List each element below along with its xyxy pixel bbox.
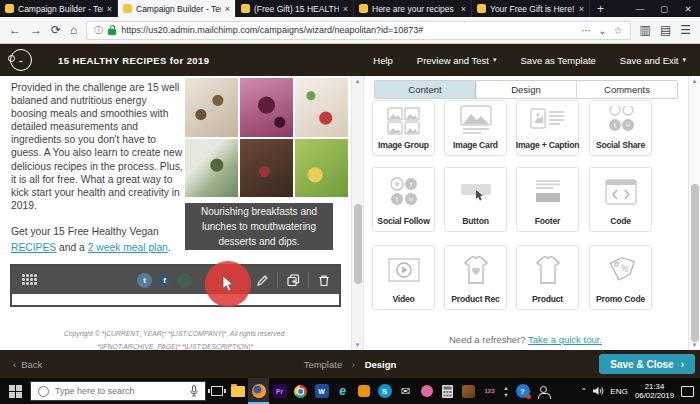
address-bar[interactable]: ⓘ ⋯ ⌄ ☆ — [86, 21, 630, 40]
scroll-down-icon[interactable]: ▼ — [352, 342, 363, 348]
email-scrollbar[interactable]: ▲ ▼ — [351, 76, 363, 350]
taskbar-overflow-icon[interactable]: ▲▼ — [500, 385, 512, 398]
email-preview-pane[interactable]: Provided in the challenge are 15 well ba… — [0, 76, 364, 350]
language-indicator[interactable]: ENG — [607, 378, 631, 404]
block-promo-code[interactable]: % Promo Code — [589, 245, 652, 310]
forward-icon[interactable]: → — [30, 24, 42, 36]
email-image-group[interactable] — [185, 78, 348, 197]
pocket-icon[interactable]: ⌄ — [598, 25, 606, 36]
email-cta-text[interactable]: Get your 15 Free Healthy Vegan RECIPES a… — [11, 224, 191, 256]
tab-close-icon[interactable]: × — [225, 4, 230, 14]
block-product[interactable]: Product — [516, 245, 579, 310]
hamburger-menu-icon[interactable]: ☰ — [680, 24, 691, 36]
save-and-exit-button[interactable]: Save and Exit ▾ — [620, 55, 686, 66]
task-view-button[interactable] — [206, 378, 227, 404]
selected-social-block[interactable]: t f — [10, 264, 341, 307]
scroll-down-icon[interactable]: ▼ — [689, 342, 700, 348]
page-actions-icon[interactable]: ⋯ — [581, 25, 591, 36]
taskbar-search[interactable] — [30, 381, 206, 401]
back-icon[interactable]: ← — [9, 24, 21, 36]
tray-expand-icon[interactable]: ⌃ — [577, 378, 591, 404]
block-label: Promo Code — [596, 294, 645, 304]
block-image-group[interactable]: Image Group — [372, 100, 435, 156]
action-center-icon[interactable] — [681, 386, 694, 397]
email-paragraph[interactable]: Provided in the challenge are 15 well ba… — [11, 81, 183, 212]
help-app-icon[interactable]: ? — [512, 378, 533, 404]
bookmark-star-icon[interactable]: ☆ — [614, 25, 623, 36]
tab-free-gift[interactable]: (Free Gift) 15 HEALTHY VEGA × — [236, 0, 354, 17]
tab-close-icon[interactable]: × — [579, 4, 584, 14]
tab-here-are-your-recipes[interactable]: Here are your recipes × — [354, 0, 472, 17]
copyright-line-1: Copyright © *|CURRENT_YEAR|* *|LIST:COMP… — [20, 327, 330, 340]
tab-your-free-gift[interactable]: Your Free Gift is Here! × — [472, 0, 590, 17]
scroll-up-icon[interactable]: ▲ — [689, 78, 700, 84]
preview-and-test-button[interactable]: Preview and Test ▾ — [417, 55, 497, 66]
url-input[interactable] — [121, 25, 576, 35]
block-code[interactable]: Code — [589, 167, 652, 232]
tab-close-icon[interactable]: × — [461, 4, 466, 14]
save-and-close-button[interactable]: Save & Close › — [599, 354, 695, 374]
tab-close-icon[interactable]: × — [107, 4, 112, 14]
people-icon[interactable] — [533, 378, 554, 404]
delete-trash-icon[interactable] — [309, 274, 339, 287]
block-footer[interactable]: Footer — [516, 167, 579, 232]
save-as-template-button[interactable]: Save as Template — [521, 55, 596, 66]
block-video[interactable]: Video — [372, 245, 435, 310]
quick-tour-link[interactable]: Take a quick tour. — [528, 334, 602, 345]
tab-campaign-builder-1[interactable]: Campaign Builder - Templat × — [0, 0, 118, 17]
file-explorer-icon[interactable] — [227, 378, 248, 404]
sidebar-icon[interactable]: ▤ — [660, 24, 671, 36]
maximize-button[interactable]: ▢ — [652, 0, 676, 17]
reload-icon[interactable]: ⟳ — [51, 24, 61, 36]
search-input[interactable] — [55, 386, 184, 396]
premiere-pro-icon[interactable]: Pr — [269, 378, 290, 404]
tab-campaign-builder-2-active[interactable]: Campaign Builder - Templat × — [118, 0, 236, 17]
food-photo-chocolate-pudding — [240, 139, 293, 198]
taskbar-clock[interactable]: 21:34 06/02/2019 — [631, 382, 678, 400]
block-product-rec[interactable]: Product Rec — [444, 245, 507, 310]
word-icon[interactable]: W — [311, 378, 332, 404]
mail-icon[interactable]: ✉ — [395, 378, 416, 404]
new-tab-button[interactable]: + — [590, 0, 611, 17]
scrollbar-thumb[interactable] — [691, 184, 699, 342]
calculator-icon[interactable] — [437, 378, 458, 404]
panel-scrollbar[interactable]: ▲ ▼ — [688, 76, 700, 350]
image-caption-box[interactable]: Nourishing breakfasts and lunches to mou… — [185, 203, 333, 250]
block-tools — [247, 266, 339, 294]
scroll-up-icon[interactable]: ▲ — [352, 78, 363, 84]
start-button[interactable] — [0, 378, 30, 404]
tab-favicon-icon — [359, 4, 368, 13]
block-image-caption[interactable]: Image + Caption — [516, 100, 579, 156]
skype-icon[interactable]: S — [374, 378, 395, 404]
scrollbar-thumb[interactable] — [354, 204, 362, 284]
drag-handle-icon[interactable] — [22, 274, 38, 286]
microphone-icon[interactable] — [190, 385, 198, 397]
tab-close-icon[interactable]: × — [343, 4, 348, 14]
help-button[interactable]: Help — [373, 55, 393, 66]
edit-pencil-icon[interactable] — [247, 274, 277, 287]
home-icon[interactable]: ⌂ — [70, 24, 77, 36]
block-button[interactable]: Button — [444, 167, 507, 232]
library-icon[interactable]: ▥ — [640, 24, 651, 36]
block-social-follow[interactable]: ftin Social Follow — [372, 167, 435, 232]
block-image-card[interactable]: Image Card — [444, 100, 507, 156]
minimize-button[interactable]: — — [628, 0, 652, 17]
duplicate-icon[interactable] — [278, 274, 308, 287]
meal-plan-link[interactable]: 2 week meal plan — [88, 242, 168, 253]
numbers-app-icon[interactable]: 123 — [479, 378, 500, 404]
pink-app-icon[interactable] — [416, 378, 437, 404]
internet-explorer-icon[interactable]: e — [332, 378, 353, 404]
site-info-icon[interactable]: ⓘ — [94, 24, 103, 37]
firefox-icon[interactable] — [248, 378, 269, 404]
volume-icon[interactable] — [591, 378, 607, 404]
game-app-icon[interactable] — [458, 378, 479, 404]
block-social-share[interactable]: tin Social Share — [589, 100, 652, 156]
chrome-icon[interactable] — [290, 378, 311, 404]
breadcrumb-template[interactable]: Template — [304, 359, 343, 370]
close-window-button[interactable]: ✕ — [676, 0, 700, 17]
block-label: Image Group — [378, 140, 429, 150]
orange-app-icon[interactable] — [353, 378, 374, 404]
mailchimp-freddie-logo-icon[interactable] — [10, 49, 32, 71]
recipes-link[interactable]: RECIPES — [11, 242, 56, 253]
back-button[interactable]: ‹ Back — [13, 359, 42, 370]
